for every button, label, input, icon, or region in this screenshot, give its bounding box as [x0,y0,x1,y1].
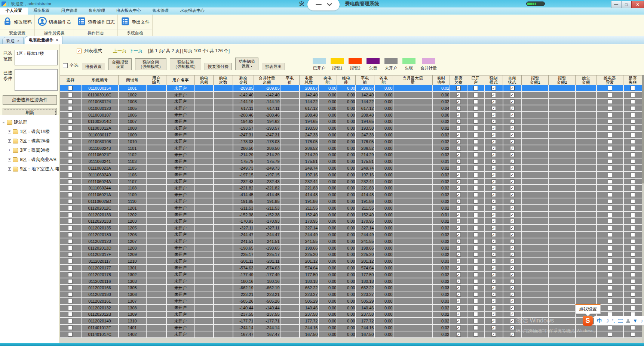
prev-page-link[interactable]: 上一页 [113,48,126,54]
row-checkbox[interactable] [631,119,635,124]
row-checkbox[interactable] [456,252,461,257]
row-checkbox[interactable] [456,99,461,104]
row-checkbox[interactable] [68,106,73,111]
row-checkbox[interactable] [68,285,73,290]
row-checkbox[interactable] [510,285,515,290]
row-checkbox[interactable] [456,292,461,297]
row-checkbox[interactable] [491,179,496,184]
row-checkbox[interactable] [473,279,478,284]
row-checkbox[interactable] [473,232,478,237]
row-checkbox[interactable] [631,179,635,184]
row-checkbox[interactable] [510,266,515,270]
row-checkbox[interactable] [68,259,73,263]
row-checkbox[interactable] [68,319,73,323]
row-checkbox[interactable] [68,332,73,337]
row-checkbox[interactable] [491,306,496,310]
row-checkbox[interactable] [456,319,461,323]
row-checkbox[interactable] [608,199,612,204]
row-checkbox[interactable] [491,192,496,197]
row-checkbox[interactable] [456,86,461,90]
row-checkbox[interactable] [68,133,73,137]
row-checkbox[interactable] [491,186,496,190]
row-checkbox[interactable] [68,232,73,237]
row-checkbox[interactable] [456,159,461,164]
row-checkbox[interactable] [68,206,73,210]
row-checkbox[interactable] [608,126,612,130]
row-checkbox[interactable] [68,299,73,303]
table-row[interactable]: 011106024A1107未开户-232.43-232.43232.440.0… [60,178,642,185]
row-checkbox[interactable] [68,159,73,164]
row-checkbox[interactable] [68,213,73,217]
row-checkbox[interactable] [473,139,478,144]
row-checkbox[interactable] [631,139,635,144]
table-row[interactable]: 01120201351205未开户-327.11-327.11327.140.0… [60,225,642,231]
row-checkbox[interactable] [510,166,515,170]
overlay-minimize-icon[interactable] [316,4,322,5]
row-checkbox[interactable] [608,306,612,310]
tree-node[interactable]: +3区：碟寓3#楼 [0,146,59,155]
table-row[interactable]: 01110602401106未开户-197.15-197.15197.160.0… [60,172,642,178]
row-checkbox[interactable] [491,319,496,323]
row-checkbox[interactable] [608,332,612,337]
table-row[interactable]: 011106021E1102未开户-214.29-214.29214.290.0… [60,151,642,158]
menu-tab[interactable]: 售水管理 [147,7,174,15]
row-checkbox[interactable] [608,259,612,263]
table-row[interactable]: 01120201231207未开户-241.51-241.51241.550.0… [60,238,642,245]
row-checkbox[interactable] [68,113,73,117]
row-checkbox[interactable] [456,213,461,217]
row-checkbox[interactable] [456,332,461,337]
menu-tab[interactable]: 水表报表中心 [174,7,210,15]
row-checkbox[interactable] [510,146,515,151]
row-checkbox[interactable] [631,199,635,204]
row-checkbox[interactable] [473,133,478,137]
table-row[interactable]: 01120201781302未开户-177.49-177.49177.500.0… [60,271,642,278]
row-checkbox[interactable] [608,93,612,97]
row-checkbox[interactable] [631,292,635,297]
row-checkbox[interactable] [456,259,461,263]
row-checkbox[interactable] [473,166,478,170]
row-checkbox[interactable] [631,252,635,257]
table-row[interactable]: 01120201661305未开户-662.19-662.19662.220.0… [60,284,642,291]
row-checkbox[interactable] [631,152,635,157]
row-checkbox[interactable] [631,186,635,190]
row-checkbox[interactable] [473,226,478,230]
row-checkbox[interactable] [68,119,73,124]
column-header[interactable]: 报警 金额2 [549,75,576,85]
row-checkbox[interactable] [456,206,461,210]
tree-node[interactable]: +1区：碟寓1#楼 [0,127,59,136]
table-row[interactable]: 011106021A1109未开户-414.45-414.45414.480.0… [60,191,642,198]
row-checkbox[interactable] [456,113,461,117]
row-checkbox[interactable] [491,199,496,204]
row-checkbox[interactable] [68,272,73,277]
row-checkbox[interactable] [68,173,73,177]
row-checkbox[interactable] [608,99,612,104]
row-checkbox[interactable] [491,312,496,316]
ime-moon-icon[interactable]: ☽ [605,318,609,324]
row-checkbox[interactable] [608,239,612,244]
row-checkbox[interactable] [608,232,612,237]
row-checkbox[interactable] [68,219,73,223]
tree-node[interactable]: +2区：碟寓2#楼 [0,136,59,146]
document-tab[interactable]: 电表批量操作× [25,36,62,44]
ime-keyboard-icon[interactable] [618,319,623,323]
row-checkbox[interactable] [473,299,478,303]
row-checkbox[interactable] [631,259,635,263]
row-checkbox[interactable] [68,99,73,104]
ime-person-icon[interactable] [626,319,630,323]
row-checkbox[interactable] [608,186,612,190]
column-header[interactable]: 实时 功率 [433,75,450,85]
row-checkbox[interactable] [68,306,73,310]
table-row[interactable]: 01120201171210未开户-201.11-201.11201.120.0… [60,258,642,265]
row-checkbox[interactable] [608,252,612,257]
row-checkbox[interactable] [608,113,612,117]
row-checkbox[interactable] [68,152,73,157]
row-checkbox[interactable] [491,332,496,337]
column-header[interactable]: 用户 编号 [146,75,166,85]
row-checkbox[interactable] [510,152,515,157]
row-checkbox[interactable] [608,246,612,250]
column-header[interactable]: 合并计量 余额 [254,75,280,85]
row-checkbox[interactable] [608,119,612,124]
row-checkbox[interactable] [473,159,478,164]
column-header[interactable]: 峰电 能 [337,75,356,85]
row-checkbox[interactable] [473,239,478,244]
